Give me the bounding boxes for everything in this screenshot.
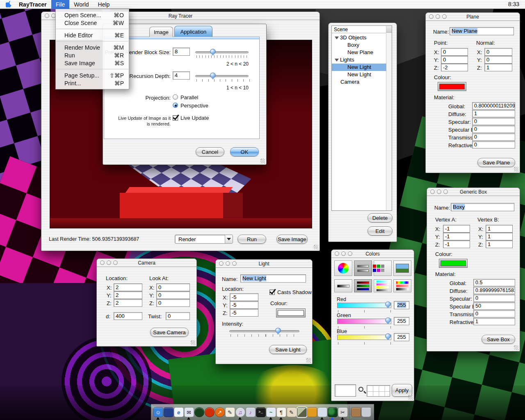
live-update-checkbox[interactable] bbox=[173, 115, 178, 121]
apple-menu-icon[interactable] bbox=[6, 1, 12, 8]
plane-point-z[interactable]: -2 bbox=[441, 64, 468, 71]
camera-look-x[interactable]: 0 bbox=[156, 283, 190, 291]
box-transmission-field[interactable]: 0 bbox=[473, 310, 515, 317]
resize-handle[interactable] bbox=[314, 245, 318, 249]
set-rgb-button[interactable] bbox=[354, 279, 372, 292]
light-loc-z[interactable]: -5 bbox=[230, 309, 258, 317]
plane-refractive-field[interactable]: 0 bbox=[472, 141, 515, 148]
camera-titlebar[interactable]: Camera bbox=[97, 259, 196, 267]
save-image-button[interactable]: Save Image bbox=[276, 235, 308, 244]
plane-point-y[interactable]: 0 bbox=[441, 56, 468, 64]
box-specular-exp-field[interactable]: 50 bbox=[473, 302, 515, 310]
delete-button[interactable]: Delete bbox=[368, 213, 393, 222]
block-size-slider-thumb[interactable] bbox=[210, 49, 216, 56]
disclosure-triangle-icon[interactable] bbox=[335, 37, 339, 39]
resize-handle[interactable] bbox=[260, 159, 265, 163]
plane-normal-x[interactable]: 0 bbox=[484, 48, 512, 56]
set-spectrum-button[interactable] bbox=[393, 279, 411, 292]
camera-look-z[interactable]: 0 bbox=[156, 299, 190, 307]
tree-item-boxy[interactable]: Boxy bbox=[332, 41, 386, 49]
recursion-slider[interactable] bbox=[195, 75, 249, 77]
recursion-slider-thumb[interactable] bbox=[210, 73, 216, 80]
camera-look-y[interactable]: 0 bbox=[156, 291, 190, 299]
menu-app-name[interactable]: RayTracer bbox=[14, 0, 51, 9]
current-color-well[interactable] bbox=[335, 384, 356, 397]
dock-icon-mail[interactable]: ✉ bbox=[184, 406, 194, 419]
light-loc-x[interactable]: -5 bbox=[230, 293, 258, 301]
box-vertex-b-z[interactable]: 1 bbox=[486, 240, 513, 248]
mode-color-wheel-button[interactable] bbox=[334, 260, 352, 276]
box-colour-well[interactable] bbox=[439, 259, 468, 268]
red-slider[interactable] bbox=[337, 303, 391, 308]
menu-item-run[interactable]: Run⌘R bbox=[56, 51, 129, 59]
box-diffuse-field[interactable]: 0.8999999761581 bbox=[473, 287, 515, 294]
camera-twist-field[interactable]: 0 bbox=[166, 312, 190, 320]
blue-value-field[interactable]: 255 bbox=[394, 333, 409, 341]
tree-item-new-light-selected[interactable]: New Light bbox=[332, 64, 386, 71]
plane-normal-z[interactable]: 1 bbox=[484, 64, 512, 71]
box-refractive-field[interactable]: 1 bbox=[473, 318, 515, 325]
tab-image[interactable]: Image bbox=[149, 27, 173, 37]
dock-icon-scissors[interactable]: ✂ bbox=[338, 406, 348, 419]
block-size-slider[interactable] bbox=[195, 51, 249, 53]
mode-image-button[interactable] bbox=[393, 260, 411, 276]
light-name-field[interactable]: New Light bbox=[240, 274, 306, 283]
box-global-field[interactable]: 0.5 bbox=[473, 279, 515, 286]
save-plane-button[interactable]: Save Plane bbox=[477, 158, 515, 167]
intensity-slider[interactable] bbox=[229, 330, 299, 332]
menu-item-hide-editor[interactable]: Hide Editor⌘E bbox=[56, 31, 129, 39]
set-cmyk-button[interactable] bbox=[374, 279, 392, 292]
plane-name-field[interactable]: New Plane bbox=[450, 27, 514, 35]
tree-item-camera[interactable]: Camera bbox=[332, 78, 386, 86]
red-value-field[interactable]: 255 bbox=[394, 301, 409, 309]
menu-item-open-scene[interactable]: Open Scene...⌘O bbox=[56, 11, 129, 19]
resize-handle[interactable] bbox=[306, 358, 311, 363]
block-size-field[interactable]: 8 bbox=[173, 48, 190, 56]
plane-specular-exp-field[interactable]: 0 bbox=[472, 126, 515, 133]
menu-world[interactable]: World bbox=[69, 0, 93, 9]
menu-item-save-image[interactable]: Save Image⌘S bbox=[56, 59, 129, 67]
menu-item-close-scene[interactable]: Close Scene⌘W bbox=[56, 19, 129, 27]
magnifier-icon[interactable] bbox=[358, 387, 363, 392]
plane-diffuse-field[interactable]: 1 bbox=[472, 110, 515, 117]
colors-titlebar[interactable]: Colors bbox=[331, 250, 414, 258]
light-titlebar[interactable]: Light bbox=[216, 260, 312, 268]
dock-icon-flame[interactable] bbox=[204, 406, 215, 419]
red-slider-thumb[interactable] bbox=[385, 301, 391, 308]
dock-icon-green-swirl[interactable] bbox=[194, 406, 204, 419]
camera-loc-y[interactable]: 2 bbox=[114, 291, 142, 299]
dock-icon-raytracer[interactable] bbox=[297, 406, 307, 419]
box-specular-field[interactable]: 0 bbox=[473, 294, 515, 302]
radio-parallel[interactable] bbox=[173, 94, 178, 100]
intensity-slider-thumb[interactable] bbox=[275, 328, 281, 335]
dock-icon-orange-arrow[interactable]: ↗ bbox=[215, 406, 225, 419]
dock-icon-document[interactable] bbox=[351, 406, 361, 419]
green-value-field[interactable]: 255 bbox=[394, 317, 409, 325]
dock-icon-clipboard[interactable]: ✎ bbox=[286, 406, 297, 419]
menu-item-page-setup[interactable]: Page Setup...⇧⌘P bbox=[56, 71, 129, 79]
dock-icon-trash[interactable] bbox=[361, 406, 371, 419]
render-mode-dropdown[interactable]: Render bbox=[175, 235, 233, 244]
dock-icon-folder-tool[interactable] bbox=[307, 406, 317, 419]
menu-help[interactable]: Help bbox=[94, 0, 114, 9]
scene-scrollbar[interactable] bbox=[386, 26, 392, 210]
dock-icon-terminal[interactable]: >_ bbox=[256, 406, 266, 419]
resize-handle[interactable] bbox=[408, 395, 413, 399]
camera-loc-x[interactable]: 2 bbox=[114, 283, 142, 291]
cancel-button[interactable]: Cancel bbox=[196, 147, 224, 156]
menu-item-print[interactable]: Print...⌘P bbox=[56, 79, 129, 87]
dock-icon-textedit[interactable]: ¶ bbox=[276, 406, 286, 419]
swatch-grid[interactable] bbox=[367, 385, 390, 397]
box-vertex-a-z[interactable]: -1 bbox=[443, 240, 470, 248]
blue-slider-thumb[interactable] bbox=[385, 333, 391, 340]
box-vertex-b-x[interactable]: 1 bbox=[486, 225, 513, 233]
tab-application[interactable]: Application bbox=[174, 26, 212, 37]
dock-icon-stickies[interactable]: ✎ bbox=[225, 406, 235, 419]
ok-button[interactable]: OK bbox=[230, 147, 259, 156]
tree-item-3d-objects[interactable]: 3D Objects bbox=[332, 34, 386, 41]
save-camera-button[interactable]: Save Camera bbox=[150, 328, 189, 337]
tree-item-lights[interactable]: Lights bbox=[332, 56, 386, 64]
plane-global-field[interactable]: 0.8000000119209 bbox=[472, 102, 515, 110]
plane-point-x[interactable]: 0 bbox=[441, 48, 468, 56]
box-vertex-a-x[interactable]: -1 bbox=[443, 225, 470, 233]
